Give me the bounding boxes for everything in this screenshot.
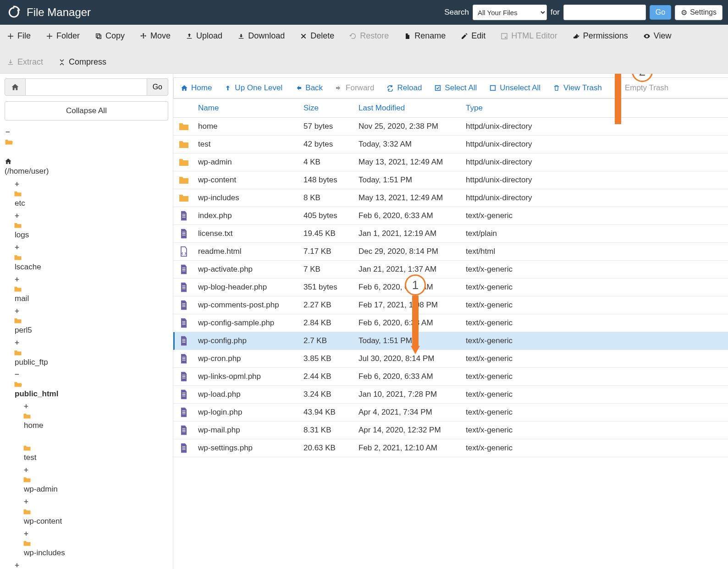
toolbar-delete[interactable]: Delete (298, 28, 336, 44)
tree-label[interactable]: public_ftp (15, 358, 48, 367)
tree-label[interactable]: logs (15, 230, 29, 239)
file-row[interactable]: wp-activate.php7 KBJan 21, 2021, 1:37 AM… (173, 261, 728, 279)
file-row[interactable]: wp-settings.php20.63 KBFeb 2, 2021, 12:1… (173, 439, 728, 457)
tree-item-site_publisher[interactable]: + site_publisher (14, 559, 168, 569)
file-row[interactable]: index.php405 bytesFeb 6, 2020, 6:33 AMte… (173, 207, 728, 225)
action-back[interactable]: Back (294, 82, 323, 94)
tree-label[interactable]: home (24, 421, 44, 430)
tree-toggle-icon[interactable]: + (23, 495, 29, 508)
action-select-all[interactable]: Select All (434, 82, 477, 94)
tree-label[interactable]: wp-admin (24, 485, 58, 493)
collapse-all-button[interactable]: Collapse All (5, 101, 168, 120)
toolbar-edit[interactable]: Edit (458, 28, 487, 44)
file-row[interactable]: readme.html7.17 KBDec 29, 2020, 8:14 PMt… (173, 243, 728, 261)
toolbar-file[interactable]: File (5, 28, 33, 44)
col-name-header[interactable]: Name (198, 104, 303, 113)
goto-home-button[interactable] (5, 78, 26, 96)
file-type: text/x-generic (466, 372, 553, 381)
tree-label[interactable]: (/home/user) (5, 167, 49, 175)
emptytrash-icon (614, 84, 622, 92)
file-row[interactable]: wp-admin4 KBMay 13, 2021, 12:49 AMhttpd/… (173, 153, 728, 171)
tree-toggle-icon[interactable]: + (14, 178, 20, 190)
file-row[interactable]: wp-cron.php3.85 KBJul 30, 2020, 8:14 PMt… (173, 350, 728, 368)
action-home[interactable]: Home (180, 82, 212, 94)
tree-toggle-icon[interactable]: − (14, 368, 20, 381)
file-name: wp-comments-post.php (198, 301, 303, 310)
tree-label[interactable]: wp-includes (24, 548, 65, 557)
tree-toggle-icon[interactable]: − (5, 126, 11, 138)
tree-item-test[interactable]: test (23, 432, 168, 464)
file-row[interactable]: wp-blog-header.php351 bytesFeb 6, 2020, … (173, 279, 728, 296)
toolbar-upload[interactable]: Upload (183, 28, 224, 44)
file-row[interactable]: wp-mail.php8.31 KBApr 14, 2020, 12:32 PM… (173, 421, 728, 439)
tree-item-wp-admin[interactable]: + wp-admin (23, 464, 168, 495)
toolbar-compress[interactable]: Compress (56, 55, 108, 70)
file-row[interactable]: wp-content148 bytesToday, 1:51 PMhttpd/u… (173, 171, 728, 189)
search-scope-select[interactable]: All Your Files (473, 5, 547, 20)
file-row[interactable]: wp-links-opml.php2.44 KBFeb 6, 2020, 6:3… (173, 368, 728, 386)
toolbar-rename[interactable]: Rename (402, 28, 447, 44)
action-view-trash[interactable]: View Trash (552, 82, 602, 94)
file-row[interactable]: wp-config.php2.7 KBToday, 1:51 PMtext/x-… (173, 332, 728, 350)
tree-toggle-icon[interactable]: + (14, 336, 20, 349)
toolbar-download[interactable]: Download (235, 28, 287, 44)
tree-label[interactable]: lscache (15, 263, 41, 271)
tree-item-wp-includes[interactable]: + wp-includes (23, 527, 168, 559)
tree-toggle-icon[interactable]: + (23, 527, 29, 540)
action-up-one-level[interactable]: Up One Level (224, 82, 282, 94)
goto-path-input[interactable] (26, 78, 147, 96)
file-row[interactable]: wp-login.php43.94 KBApr 4, 2021, 7:34 PM… (173, 404, 728, 421)
tree-toggle-icon[interactable]: + (14, 241, 20, 253)
tree-toggle-icon[interactable]: + (14, 559, 20, 569)
action-reload[interactable]: Reload (386, 82, 422, 94)
tree-toggle-icon[interactable]: + (23, 464, 29, 476)
tree-label[interactable]: etc (15, 199, 25, 208)
col-size-header[interactable]: Size (303, 104, 358, 113)
file-row[interactable]: license.txt19.45 KBJan 1, 2021, 12:19 AM… (173, 225, 728, 243)
tree-item-public_html[interactable]: − public_html+ home test+ wp-admin+ wp-c… (14, 368, 168, 559)
file-row[interactable]: home57 bytesNov 25, 2020, 2:38 PMhttpd/u… (173, 118, 728, 136)
tree-label[interactable]: perl5 (15, 326, 32, 334)
col-type-header[interactable]: Type (466, 104, 553, 113)
tree-toggle-icon[interactable]: + (14, 273, 20, 285)
col-modified-header[interactable]: Last Modified (358, 104, 466, 113)
tree-item-public_ftp[interactable]: + public_ftp (14, 336, 168, 368)
action-unselect-all[interactable]: Unselect All (489, 82, 540, 94)
tree-toggle-icon[interactable]: + (14, 209, 20, 222)
plus-icon (45, 33, 54, 40)
file-size: 7 KB (303, 265, 358, 274)
tree-toggle-icon[interactable]: + (23, 400, 29, 412)
tree-item-mail[interactable]: + mail (14, 273, 168, 305)
file-row[interactable]: wp-includes8 KBMay 13, 2021, 12:49 AMhtt… (173, 189, 728, 207)
toolbar-view[interactable]: View (641, 28, 673, 44)
toolbar-move[interactable]: Move (138, 28, 172, 44)
toolbar-copy[interactable]: Copy (93, 28, 127, 44)
tree-item-home[interactable]: + home (23, 400, 168, 432)
tree-label[interactable]: public_html (15, 389, 58, 398)
tree-label[interactable]: test (24, 453, 36, 462)
search-input[interactable] (563, 5, 646, 20)
file-row[interactable]: wp-load.php3.24 KBJan 10, 2021, 7:28 PMt… (173, 386, 728, 404)
file-size: 3.24 KB (303, 390, 358, 399)
html-file-icon (179, 246, 189, 257)
toolbar-permissions[interactable]: Permissions (570, 28, 630, 44)
tree-label[interactable]: mail (15, 294, 29, 303)
folder-icon (14, 254, 168, 261)
settings-button[interactable]: ⚙ Settings (675, 5, 722, 20)
tree-item-wp-content[interactable]: + wp-content (23, 495, 168, 527)
file-row[interactable]: wp-comments-post.php2.27 KBFeb 17, 2021,… (173, 296, 728, 314)
file-type: httpd/unix-directory (466, 122, 553, 131)
file-row[interactable]: wp-config-sample.php2.84 KBFeb 6, 2020, … (173, 314, 728, 332)
tree-root[interactable]: − (/home/user)+ etc+ logs+ lscache+ mail… (5, 126, 168, 569)
tree-item-perl5[interactable]: + perl5 (14, 305, 168, 336)
search-go-button[interactable]: Go (650, 5, 671, 20)
tree-item-lscache[interactable]: + lscache (14, 241, 168, 273)
toolbar-folder[interactable]: Folder (44, 28, 82, 44)
tree-item-logs[interactable]: + logs (14, 209, 168, 241)
tree-item-etc[interactable]: + etc (14, 178, 168, 209)
file-modified: Feb 6, 2020, 6:33 AM (358, 372, 466, 381)
tree-label[interactable]: wp-content (24, 517, 62, 525)
file-row[interactable]: test42 bytesToday, 3:32 AMhttpd/unix-dir… (173, 136, 728, 153)
tree-toggle-icon[interactable]: + (14, 305, 20, 317)
goto-go-button[interactable]: Go (147, 78, 168, 96)
